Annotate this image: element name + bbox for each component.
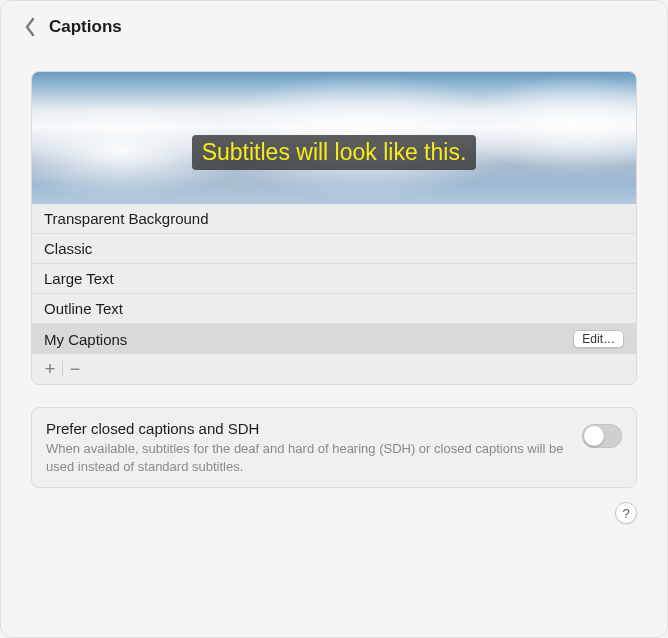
remove-style-button[interactable]: − [63, 358, 87, 380]
prefer-sdh-toggle[interactable] [582, 424, 622, 448]
style-label: Transparent Background [44, 210, 209, 227]
back-button[interactable] [23, 17, 37, 37]
style-item-my-captions[interactable]: My Captions Edit… [32, 324, 636, 354]
style-list-controls: + − [32, 354, 636, 384]
help-row: ? [31, 502, 637, 524]
prefer-sdh-title: Prefer closed captions and SDH [46, 420, 570, 437]
style-item-classic[interactable]: Classic [32, 234, 636, 264]
help-button[interactable]: ? [615, 502, 637, 524]
question-mark-icon: ? [622, 506, 629, 521]
add-style-button[interactable]: + [38, 358, 62, 380]
content: Subtitles will look like this. Transpare… [1, 41, 667, 524]
minus-icon: − [70, 359, 81, 380]
style-label: Outline Text [44, 300, 123, 317]
style-item-outline-text[interactable]: Outline Text [32, 294, 636, 324]
chevron-left-icon [23, 17, 37, 37]
style-item-large-text[interactable]: Large Text [32, 264, 636, 294]
edit-style-button[interactable]: Edit… [573, 330, 624, 348]
plus-icon: + [45, 359, 56, 380]
subtitle-preview-text: Subtitles will look like this. [192, 135, 477, 170]
style-label: Classic [44, 240, 92, 257]
style-label: Large Text [44, 270, 114, 287]
style-label: My Captions [44, 331, 127, 348]
styles-panel: Subtitles will look like this. Transpare… [31, 71, 637, 385]
style-item-transparent-background[interactable]: Transparent Background [32, 204, 636, 234]
prefer-sdh-panel: Prefer closed captions and SDH When avai… [31, 407, 637, 488]
caption-style-list: Transparent Background Classic Large Tex… [32, 204, 636, 354]
subtitle-preview-area: Subtitles will look like this. [32, 72, 636, 204]
prefer-sdh-description: When available, subtitles for the deaf a… [46, 440, 570, 475]
header: Captions [1, 1, 667, 41]
page-title: Captions [49, 17, 122, 37]
prefer-sdh-text: Prefer closed captions and SDH When avai… [46, 420, 570, 475]
